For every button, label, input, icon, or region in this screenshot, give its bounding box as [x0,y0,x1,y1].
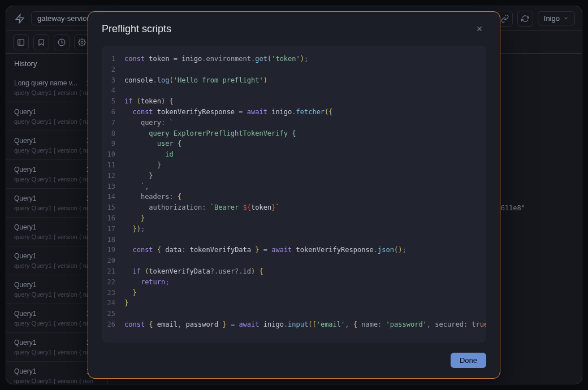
line-content: authorization: `Bearer ${token}` [124,202,280,213]
line-number: 12 [102,171,124,181]
code-line: 26const { email, password } = await inig… [102,319,486,330]
app-container: gateway-service prod InsightsObserveLibr… [6,6,582,384]
code-line: 14 headers: { [102,192,486,202]
line-content: const { data: tokenVerifyData } = await … [124,245,407,255]
line-content: } [124,288,137,298]
line-number: 8 [102,128,124,139]
code-line: 6 const tokenVerifyResponse = await inig… [102,107,486,118]
line-content: } [124,160,161,171]
close-button[interactable] [473,22,486,36]
line-content: id [124,149,174,160]
line-content: } [124,213,145,224]
line-number: 17 [102,224,124,235]
line-number: 7 [102,118,124,128]
code-line: 4 [102,85,486,96]
modal-title: Preflight scripts [102,23,171,35]
code-line: 3console.log('Hello from preflight') [102,75,486,86]
line-number: 24 [102,298,124,309]
line-number: 20 [102,255,124,266]
modal-overlay: Preflight scripts 1const token = inigo.e… [6,6,582,384]
line-number: 21 [102,266,124,277]
code-line: 15 authorization: `Bearer ${token}` [102,202,486,213]
line-content: `, [124,181,149,192]
line-number: 22 [102,277,124,288]
line-content: if (tokenVerifyData?.user?.id) { [124,266,263,277]
code-line: 1const token = inigo.environment.get('to… [102,54,486,64]
done-button[interactable]: Done [451,353,486,368]
line-content: const tokenVerifyResponse = await inigo.… [124,107,333,118]
code-line: 17 }); [102,224,486,235]
code-line: 12 } [102,171,486,181]
line-number: 9 [102,138,124,149]
code-line: 2 [102,64,486,75]
line-number: 10 [102,149,124,160]
line-number: 13 [102,181,124,192]
code-line: 21 if (tokenVerifyData?.user?.id) { [102,266,486,277]
line-content: query ExplorerPreflightTokenVerify { [124,128,296,139]
code-line: 8 query ExplorerPreflightTokenVerify { [102,128,486,139]
line-content: query: ` [124,118,174,128]
line-number: 4 [102,85,124,96]
code-line: 7 query: ` [102,118,486,128]
line-number: 26 [102,319,124,330]
code-editor[interactable]: 1const token = inigo.environment.get('to… [102,46,486,343]
line-content: return; [124,277,170,288]
code-line: 19 const { data: tokenVerifyData } = awa… [102,245,486,255]
line-number: 2 [102,64,124,75]
line-content: headers: { [124,192,181,202]
line-number: 11 [102,160,124,171]
code-line: 25 [102,309,486,319]
code-line: 20 [102,255,486,266]
line-number: 25 [102,309,124,319]
line-content: if (token) { [124,96,174,107]
code-line: 23 } [102,288,486,298]
line-number: 5 [102,96,124,107]
code-line: 22 return; [102,277,486,288]
line-number: 15 [102,202,124,213]
modal-header: Preflight scripts [88,12,500,36]
line-content: } [124,298,128,309]
code-line: 11 } [102,160,486,171]
line-number: 6 [102,107,124,118]
code-line: 18 [102,235,486,245]
line-number: 14 [102,192,124,202]
code-line: 24} [102,298,486,309]
line-number: 1 [102,54,124,64]
modal-footer: Done [88,353,500,378]
line-number: 16 [102,213,124,224]
line-content: } [124,171,153,181]
line-content: console.log('Hello from preflight') [124,75,267,86]
line-number: 23 [102,288,124,298]
code-line: 16 } [102,213,486,224]
code-line: 10 id [102,149,486,160]
line-number: 3 [102,75,124,86]
preflight-modal: Preflight scripts 1const token = inigo.e… [88,11,500,379]
code-line: 9 user { [102,138,486,149]
line-content: }); [124,224,145,235]
line-content: const { email, password } = await inigo.… [124,319,486,330]
code-line: 5if (token) { [102,96,486,107]
line-number: 18 [102,235,124,245]
code-line: 13 `, [102,181,486,192]
line-number: 19 [102,245,124,255]
line-content: user { [124,138,181,149]
line-content: const token = inigo.environment.get('tok… [124,54,308,64]
